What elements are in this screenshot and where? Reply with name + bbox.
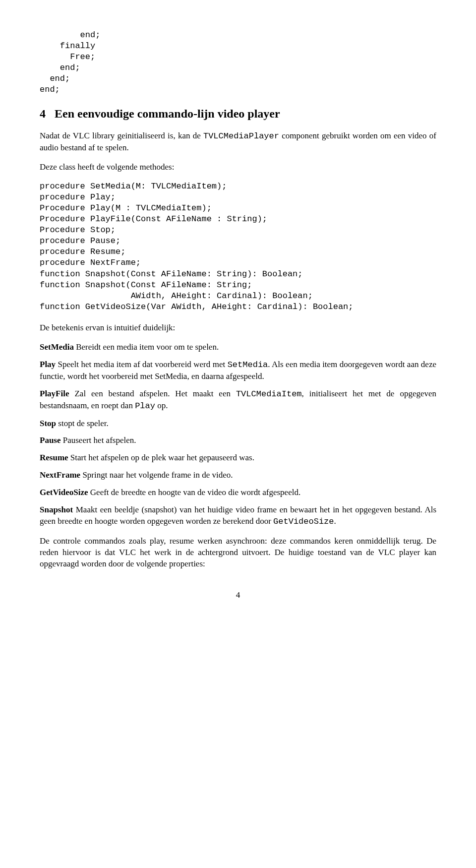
def-stop: Stop stopt de speler. [40,418,436,430]
def-resume: Resume Start het afspelen op de plek waa… [40,452,436,464]
term: SetMedia [40,342,74,352]
def-text: Geeft de breedte en hoogte van de video … [90,488,300,497]
code-block-methods: procedure SetMedia(M: TVLCMediaItem); pr… [40,181,436,312]
inline-code: Play [135,401,155,411]
inline-code: SetMedia [228,360,268,370]
def-pause: Pause Pauseert het afspelen. [40,435,436,446]
paragraph-closing: De controle commandos zoals play, resume… [40,536,436,570]
term: Pause [40,435,61,445]
inline-code: GetVideoSize [273,517,334,526]
def-setmedia: SetMedia Bereidt een media item voor om … [40,342,436,353]
def-text: stopt de speler. [58,419,109,428]
def-snapshot: Snapshot Maakt een beeldje (snapshot) va… [40,504,436,528]
def-playfile: PlayFile Zal een bestand afspelen. Het m… [40,388,436,412]
inline-code: TVLCMediaItem [236,389,302,399]
paragraph-intro2: Deze class heeft de volgende methodes: [40,162,436,173]
term: Play [40,360,56,369]
def-nextframe: NextFrame Springt naar het volgende fram… [40,470,436,481]
def-getvideosize: GetVideoSize Geeft de breedte en hoogte … [40,487,436,498]
section-number: 4 [40,107,46,120]
page-number: 4 [40,590,436,601]
paragraph-intro: Nadat de VLC library geinitialiseerd is,… [40,130,436,154]
def-play: Play Speelt het media item af dat voorbe… [40,359,436,382]
term: NextFrame [40,470,80,480]
term: Stop [40,419,56,428]
inline-code: TVLCMediaPlayer [203,131,279,141]
term: GetVideoSize [40,488,88,497]
section-heading: 4Een eenvoudige commando-lijn video play… [40,106,436,122]
paragraph-meaning: De betekenis ervan is intuitief duidelij… [40,322,436,334]
def-text: Pauseert het afspelen. [63,435,136,445]
section-title: Een eenvoudige commando-lijn video playe… [55,107,280,120]
def-text: Bereidt een media item voor om te spelen… [76,342,219,352]
def-text: Start het afspelen op de plek waar het g… [70,453,254,462]
term: Resume [40,453,68,462]
term: Snapshot [40,505,73,514]
term: PlayFile [40,389,69,398]
def-text: Springt naar het volgende frame in de vi… [82,470,233,480]
definition-list: SetMedia Bereidt een media item voor om … [40,342,436,528]
code-block-top: end; finally Free; end; end; end; [40,30,436,96]
